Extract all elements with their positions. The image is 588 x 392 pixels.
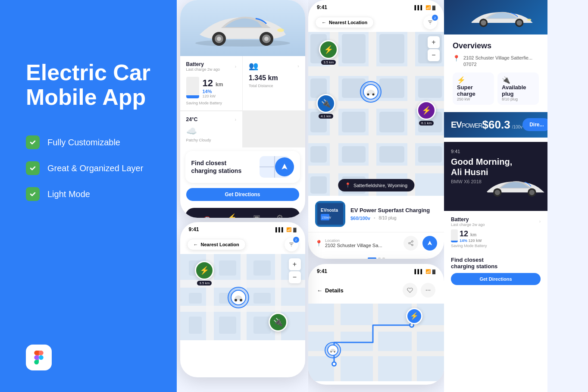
- map-pin-1[interactable]: ⚡ 3.5 km: [195, 261, 214, 285]
- navigate-button[interactable]: [422, 236, 437, 251]
- gm-time: 9:41: [451, 149, 541, 154]
- map-pin-station-3[interactable]: ⚡ 6.1 km: [417, 101, 436, 125]
- figma-badge: [26, 345, 52, 370]
- zoom-out-small[interactable]: −: [289, 271, 301, 283]
- get-directions-button[interactable]: Get Directions: [186, 188, 299, 201]
- svg-point-3: [217, 37, 221, 41]
- weather-value: 24°C: [186, 116, 198, 122]
- svg-rect-40: [407, 32, 415, 196]
- ev-logo: EVPOWER: [451, 120, 482, 130]
- nav-settings-icon[interactable]: ⚙: [276, 213, 283, 218]
- ev-direct-button[interactable]: Dire...: [522, 118, 547, 131]
- column-2: 9:41 ▌▌▌ 📶 ▓ ← Nearest Location 2: [308, 0, 444, 392]
- details-header: ← Details: [308, 277, 444, 304]
- station-name: EV Power Superfast Charging: [350, 207, 437, 214]
- feature-text-1: Fully Customizable: [47, 138, 120, 147]
- map-pin-station-2[interactable]: 🔌 4.1 km: [316, 94, 335, 119]
- filter-button-small[interactable]: 2: [285, 238, 298, 251]
- svg-point-70: [426, 290, 427, 291]
- svg-point-82: [410, 324, 413, 326]
- back-arrow-small: ←: [194, 242, 198, 247]
- battery-arrow[interactable]: ›: [235, 64, 236, 69]
- plugs-sub: 8/10 plug: [502, 97, 535, 101]
- nav-card-icon[interactable]: ▣: [253, 213, 260, 218]
- ev-direct-label: Dire...: [529, 122, 544, 128]
- back-details-button[interactable]: ← Details: [317, 287, 344, 294]
- map-pin-2[interactable]: 🔌: [269, 313, 288, 332]
- svg-line-69: [410, 242, 412, 243]
- weather-card: 24°C › ☁️ Patchy Cloudy: [180, 111, 243, 147]
- signal-map: ▌▌▌: [414, 5, 423, 10]
- filter-button[interactable]: 2: [423, 16, 437, 29]
- weather-arrow[interactable]: ›: [235, 117, 236, 122]
- ev-banner: EVPOWER $60.3 /100v Dire...: [444, 112, 547, 138]
- more-button[interactable]: [421, 283, 435, 298]
- nearest-location-bar: ← Nearest Location 2: [308, 13, 444, 32]
- battery-bar: [186, 77, 199, 98]
- nearest-location-button-small[interactable]: ← Nearest Location: [187, 239, 246, 250]
- battery-card: Battery Last charge 2w ago › 12 km 14% 1…: [180, 56, 243, 110]
- svg-rect-39: [369, 32, 376, 196]
- svg-rect-26: [219, 317, 236, 334]
- zoom-in-main[interactable]: +: [428, 36, 440, 48]
- phone-map-small: 9:41 ▌▌▌ 📶 ▓ ← Nearest Location 2: [180, 222, 305, 377]
- feature-layer: Great & Organized Layer: [26, 161, 155, 175]
- super-charge-value: Super charge: [457, 84, 490, 97]
- bs-arrow[interactable]: ›: [539, 219, 541, 224]
- zoom-out-main[interactable]: −: [428, 49, 440, 61]
- station-image: EVnosta 150kW: [315, 201, 345, 227]
- bs-km: 12 km 14% 120 kW Saving Mode Battery: [451, 229, 494, 248]
- station-pin-route[interactable]: ⚡: [406, 308, 422, 324]
- bs-percent: 14% 120 kW: [460, 238, 482, 243]
- map-pin-station-1[interactable]: ⚡ 3.5 km: [319, 40, 338, 65]
- signal-icon: ▌▌▌: [275, 227, 285, 232]
- nearest-location-button[interactable]: ← Nearest Location: [315, 17, 374, 28]
- ev-price-unit: /100v: [512, 125, 522, 129]
- share-button[interactable]: [403, 236, 418, 251]
- station-circle: ⚡: [406, 308, 422, 324]
- battery-title: Battery: [186, 61, 220, 67]
- distance-label: Total Distance: [249, 84, 299, 88]
- saving-mode: Saving Mode Battery: [186, 101, 237, 105]
- find-stations-text: Find closestcharging stations: [191, 159, 242, 175]
- zoom-in-small[interactable]: +: [289, 258, 301, 270]
- bottom-battery-stats: Battery Last charge 2w ago › 12 km 14% 1…: [444, 211, 547, 253]
- phone-dashboard: Battery Last charge 2w ago › 12 km 14% 1…: [180, 0, 305, 218]
- distance-arrow[interactable]: ›: [297, 64, 299, 69]
- svg-rect-77: [373, 304, 378, 381]
- svg-text:150kW: 150kW: [322, 216, 331, 219]
- svg-text:EVnosta: EVnosta: [321, 208, 338, 213]
- pin-dist-c: 6.1 km: [419, 121, 434, 125]
- svg-rect-53: [310, 146, 327, 163]
- pin-dist-a: 3.5 km: [321, 60, 336, 65]
- status-icons-map: ▌▌▌ 📶 ▓: [414, 5, 435, 10]
- overview-specs: ⚡ Super charge 250 kW 🔌 Available plug 8…: [453, 72, 539, 105]
- ev-price-value: $60.3: [482, 118, 510, 132]
- location-label: Location: [325, 238, 401, 243]
- car-on-map-main: [360, 81, 382, 103]
- nearest-label-small: Nearest Location: [201, 242, 239, 247]
- location-pin-icon: 📍: [345, 182, 351, 188]
- svg-rect-43: [379, 34, 404, 63]
- bolt-icon: ⚡: [457, 76, 466, 84]
- nav-car-icon[interactable]: 🚗: [202, 213, 211, 218]
- bs-grid: 12 km 14% 120 kW Saving Mode Battery: [451, 229, 541, 248]
- slide-indicator: [308, 254, 444, 259]
- like-button[interactable]: [403, 283, 417, 298]
- column-1: Battery Last charge 2w ago › 12 km 14% 1…: [177, 0, 308, 392]
- svg-rect-51: [379, 112, 404, 132]
- check-icon-3: [26, 187, 40, 201]
- check-icon: [26, 135, 40, 149]
- battery-map: ▓: [432, 5, 435, 10]
- back-arrow: ←: [322, 20, 326, 25]
- bs-saving: Saving Mode Battery: [451, 244, 494, 248]
- find-closest-sm: Find closestcharging stations: [444, 253, 547, 271]
- svg-point-7: [277, 28, 284, 32]
- ev-price: $60.3 /100v: [482, 118, 523, 132]
- weather-icon: ☁️: [186, 126, 237, 136]
- get-directions-button-sm[interactable]: Get Directions: [451, 273, 541, 285]
- battery-percent: 14%: [203, 89, 223, 94]
- nav-bolt-icon[interactable]: ⚡: [227, 213, 237, 218]
- svg-rect-57: [310, 176, 327, 194]
- nav-arrow-button[interactable]: [275, 157, 294, 176]
